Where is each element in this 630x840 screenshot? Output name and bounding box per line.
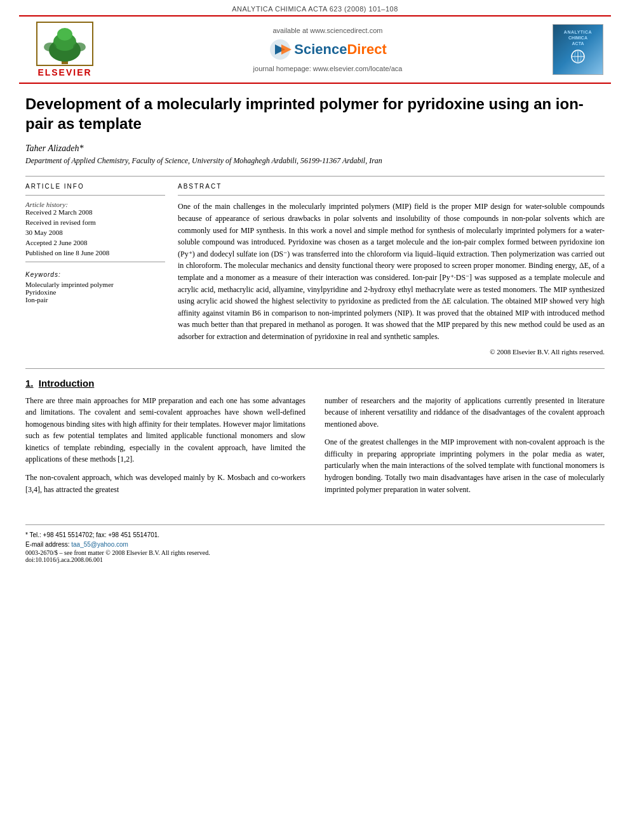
abstract-label: ABSTRACT (178, 183, 605, 190)
article-info-column: ARTICLE INFO Article history: Received 2… (25, 183, 165, 355)
elsevier-logo: ELSEVIER (27, 22, 103, 77)
journal-cover: ANALYTICA CHIMICA ACTA (553, 24, 603, 75)
sciencedirect-icon (269, 38, 292, 61)
elsevier-tree-icon (36, 22, 93, 66)
author-affiliation: Department of Applied Chemistry, Faculty… (25, 156, 605, 166)
sd-label-science: Science (294, 41, 347, 57)
elsevier-label: ELSEVIER (37, 67, 91, 77)
abstract-text: One of the main challenges in the molecu… (178, 201, 605, 342)
sd-label-direct: Direct (347, 41, 386, 57)
info-abstract-columns: ARTICLE INFO Article history: Received 2… (25, 183, 605, 355)
accepted-date: Accepted 2 June 2008 (25, 239, 165, 246)
info-divider (25, 195, 165, 196)
footnote-email: taa_55@yahoo.com (71, 541, 128, 548)
revised-date: 30 May 2008 (25, 229, 165, 236)
intro-para-2: The non-covalent approach, which was dev… (25, 472, 305, 495)
keywords-label: Keywords: (25, 271, 165, 278)
footnote-tel: * Tel.: +98 451 5514702; fax: +98 451 55… (25, 530, 605, 540)
keywords-divider (25, 262, 165, 262)
svg-point-3 (57, 28, 72, 41)
footnote-email-line: E-mail address: taa_55@yahoo.com (25, 540, 605, 549)
intro-para-4: One of the greatest challenges in the MI… (325, 436, 605, 495)
journal-cover-text: ANALYTICA CHIMICA ACTA (561, 27, 594, 73)
cover-image-icon (565, 49, 591, 68)
footnote-doi: doi:10.1016/j.aca.2008.06.001 (25, 556, 605, 563)
intro-col-left: There are three main approaches for MIP … (25, 395, 305, 502)
keywords-section: Keywords: Molecularly imprinted polymer … (25, 271, 165, 303)
main-content: Development of a molecularly imprinted p… (0, 84, 630, 514)
journal-citation-text: ANALYTICA CHIMICA ACTA 623 (2008) 101–10… (232, 5, 398, 13)
keyword-1: Molecularly imprinted polymer (25, 281, 165, 288)
section-divider (25, 176, 605, 177)
keyword-3: Ion-pair (25, 296, 165, 303)
received-date: Received 2 March 2008 (25, 208, 165, 216)
footnote-section: * Tel.: +98 451 5514702; fax: +98 451 55… (25, 524, 605, 563)
intro-columns: There are three main approaches for MIP … (25, 395, 605, 502)
journal-url: journal homepage: www.elsevier.com/locat… (103, 65, 553, 72)
abstract-column: ABSTRACT One of the main challenges in t… (178, 183, 605, 355)
published-date: Published on line 8 June 2008 (25, 249, 165, 257)
copyright: © 2008 Elsevier B.V. All rights reserved… (178, 348, 605, 356)
header-banner: ELSEVIER available at www.sciencedirect.… (19, 15, 611, 84)
author-name: Taher Alizadeh* (25, 143, 605, 154)
sciencedirect-logo: ScienceDirect (103, 38, 553, 61)
introduction-section: 1. Introduction There are three main app… (25, 368, 605, 502)
abstract-divider (178, 195, 605, 196)
revised-label: Received in revised form (25, 218, 165, 226)
keyword-2: Pyridoxine (25, 288, 165, 296)
svg-point-6 (73, 43, 86, 51)
history-label: Article history: (25, 201, 165, 208)
intro-para-3: number of researchers and the majority o… (325, 395, 605, 430)
available-text: available at www.sciencedirect.com (103, 27, 553, 34)
header-center: available at www.sciencedirect.com Scien… (103, 27, 553, 72)
journal-citation: ANALYTICA CHIMICA ACTA 623 (2008) 101–10… (0, 0, 630, 15)
footnote-issn: 0003-2670/$ – see front matter © 2008 El… (25, 549, 605, 556)
page: ANALYTICA CHIMICA ACTA 623 (2008) 101–10… (0, 0, 630, 840)
article-history: Article history: Received 2 March 2008 R… (25, 201, 165, 257)
svg-point-5 (44, 43, 57, 51)
article-title: Development of a molecularly imprinted p… (25, 94, 605, 133)
section-title: 1. Introduction (25, 378, 605, 389)
intro-col-right: number of researchers and the majority o… (325, 395, 605, 502)
intro-para-1: There are three main approaches for MIP … (25, 395, 305, 466)
article-info-label: ARTICLE INFO (25, 183, 165, 190)
